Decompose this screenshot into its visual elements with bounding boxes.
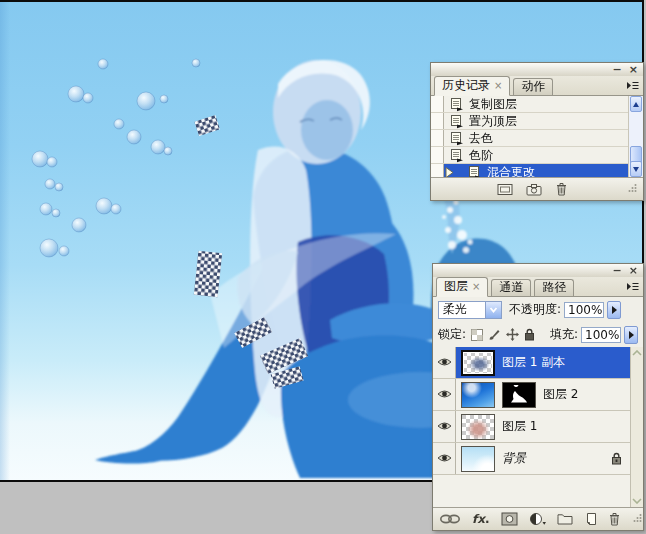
minimize-button[interactable]: − <box>613 65 622 75</box>
tab-paths[interactable]: 路径 <box>534 279 574 296</box>
eye-icon <box>437 452 452 466</box>
visibility-cell[interactable] <box>433 347 456 378</box>
visibility-cell[interactable] <box>433 379 456 410</box>
lock-paint-icon[interactable] <box>488 328 501 341</box>
blend-mode-select[interactable]: 柔光 <box>438 301 502 319</box>
new-doc-from-state-icon[interactable] <box>497 183 514 196</box>
lock-move-icon[interactable] <box>506 328 519 341</box>
tab-actions[interactable]: 动作 <box>513 78 553 95</box>
history-brush-source-cell[interactable] <box>431 96 444 112</box>
delete-layer-icon[interactable] <box>608 512 621 526</box>
layer-name: 图层 1 副本 <box>502 354 565 371</box>
history-brush-source-cell[interactable] <box>431 130 444 146</box>
layer-style-icon[interactable]: fx. <box>472 512 490 526</box>
layers-panel: − × 图层 × 通道 路径 柔光 不透明度: 100% 锁定: <box>432 263 644 531</box>
history-pointer-icon[interactable] <box>445 167 454 177</box>
resize-grip-icon[interactable] <box>627 182 637 196</box>
history-item[interactable]: 置为顶层 <box>431 113 628 130</box>
layer-thumbnail[interactable] <box>461 382 495 408</box>
history-state-icon <box>450 131 464 146</box>
fill-value: 100% <box>585 328 619 342</box>
layer-thumbnail[interactable] <box>461 446 495 472</box>
visibility-cell[interactable] <box>433 443 456 474</box>
scroll-up-chevron-icon[interactable] <box>632 350 642 356</box>
panel-menu-icon[interactable] <box>626 282 640 291</box>
close-button[interactable]: × <box>629 266 638 276</box>
visibility-cell[interactable] <box>433 411 456 442</box>
tab-actions-label: 动作 <box>521 78 545 95</box>
layers-panel-tabs: 图层 × 通道 路径 <box>433 277 643 297</box>
close-button[interactable]: × <box>629 65 638 75</box>
new-snapshot-icon[interactable] <box>526 183 543 196</box>
layer-name: 图层 1 <box>502 418 537 435</box>
layer-row[interactable]: 图层 1 <box>433 411 630 443</box>
opacity-field[interactable]: 100% <box>564 302 604 318</box>
water-bubbles <box>32 59 200 257</box>
layer-row[interactable]: 图层 2 <box>433 379 630 411</box>
lock-transparency-icon[interactable] <box>471 329 483 341</box>
layers-scrollbar[interactable] <box>630 347 643 507</box>
new-layer-icon[interactable] <box>584 512 597 526</box>
tab-channels[interactable]: 通道 <box>491 279 531 296</box>
new-group-icon[interactable] <box>557 513 573 525</box>
fill-slider-button[interactable] <box>624 326 638 344</box>
history-list: 复制图层 置为顶层 去色 色阶 <box>431 96 643 177</box>
history-item-label: 复制图层 <box>469 96 517 113</box>
history-brush-source-cell[interactable] <box>431 113 444 129</box>
lock-all-icon[interactable] <box>524 328 535 341</box>
layer-thumbnail[interactable] <box>461 414 495 440</box>
eye-icon <box>437 420 452 434</box>
layer-name: 背景 <box>502 450 526 467</box>
fill-label: 填充: <box>550 326 578 343</box>
blend-mode-value: 柔光 <box>439 301 485 318</box>
tab-layers[interactable]: 图层 × <box>436 277 488 297</box>
blend-opacity-row: 柔光 不透明度: 100% <box>433 297 643 322</box>
history-brush-source-cell[interactable] <box>431 164 444 177</box>
link-layers-icon[interactable] <box>439 514 461 524</box>
layer-thumbnail[interactable] <box>461 350 495 376</box>
tab-layers-label: 图层 <box>444 278 468 295</box>
layers-panel-footer: fx. <box>433 507 643 530</box>
tab-close-icon[interactable]: × <box>494 81 502 91</box>
chevron-down-icon[interactable] <box>485 302 501 318</box>
photoshop-workspace: { "history_panel": { "minimize_glyph": "… <box>0 0 646 534</box>
eye-icon <box>437 356 452 370</box>
opacity-value: 100% <box>568 303 602 317</box>
lock-label: 锁定: <box>438 326 466 343</box>
layers-list: 图层 1 副本 图层 2 <box>433 347 643 507</box>
opacity-slider-button[interactable] <box>607 301 621 319</box>
layer-row-background[interactable]: 背景 <box>433 443 630 475</box>
tab-channels-label: 通道 <box>499 279 523 296</box>
layer-name: 图层 2 <box>543 386 578 403</box>
history-item-selected[interactable]: 混合更改 <box>431 164 628 177</box>
layer-mask-thumbnail[interactable] <box>502 382 536 408</box>
fx-dot: . <box>485 512 490 526</box>
layers-panel-titlebar[interactable]: − × <box>433 264 643 277</box>
panel-menu-icon[interactable] <box>626 81 640 90</box>
history-state-icon <box>450 114 464 129</box>
delete-state-icon[interactable] <box>555 182 568 196</box>
history-item[interactable]: 复制图层 <box>431 96 628 113</box>
history-item[interactable]: 色阶 <box>431 147 628 164</box>
history-item-label: 置为顶层 <box>469 113 517 130</box>
lock-fill-row: 锁定: 填充: 100% <box>433 322 643 347</box>
adjustment-layer-icon[interactable] <box>529 512 546 526</box>
minimize-button[interactable]: − <box>613 266 622 276</box>
fill-field[interactable]: 100% <box>581 327 621 343</box>
scroll-down-button[interactable] <box>630 161 642 177</box>
scroll-up-button[interactable] <box>630 96 642 112</box>
history-panel: − × 历史记录 × 动作 复制图层 置为顶层 <box>430 62 644 201</box>
add-mask-icon[interactable] <box>501 512 518 526</box>
history-state-icon <box>450 148 464 163</box>
history-item-label: 去色 <box>469 130 493 147</box>
scroll-down-chevron-icon[interactable] <box>632 498 642 504</box>
history-brush-source-cell[interactable] <box>431 147 444 163</box>
tab-close-icon[interactable]: × <box>472 282 480 292</box>
history-item[interactable]: 去色 <box>431 130 628 147</box>
resize-grip-icon[interactable] <box>632 512 642 526</box>
tab-history[interactable]: 历史记录 × <box>434 76 510 96</box>
history-scrollbar[interactable] <box>628 96 643 177</box>
eye-icon <box>437 388 452 402</box>
layer-row-selected[interactable]: 图层 1 副本 <box>433 347 630 379</box>
history-panel-titlebar[interactable]: − × <box>431 63 643 76</box>
